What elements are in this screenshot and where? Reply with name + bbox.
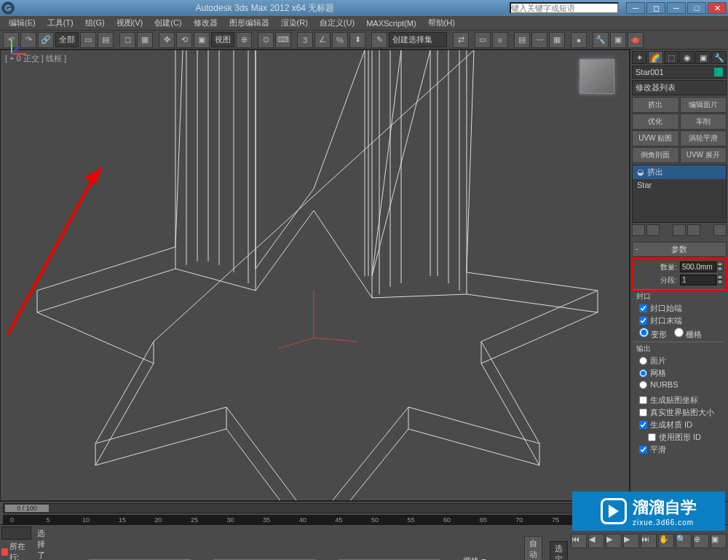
watermark-icon bbox=[601, 498, 627, 524]
menu-create[interactable]: 创建(C) bbox=[149, 16, 187, 30]
gen-map-label: 生成贴图坐标 bbox=[650, 395, 698, 406]
display-tab[interactable]: ▣ bbox=[695, 51, 711, 64]
script-rec-indicator bbox=[1, 548, 8, 556]
amount-input[interactable] bbox=[680, 261, 716, 272]
motion-tab[interactable]: ◉ bbox=[679, 51, 695, 64]
smooth-checkbox[interactable] bbox=[639, 446, 647, 454]
edit-mesh-button[interactable]: 编辑面片 bbox=[680, 97, 727, 113]
menu-help[interactable]: 帮助(H) bbox=[422, 16, 461, 30]
uvw-unwrap-button[interactable]: UVW 展开 bbox=[680, 147, 727, 163]
cap-group-label: 封口 bbox=[633, 289, 725, 301]
app-icon[interactable]: G bbox=[1, 1, 15, 15]
utilities-tab[interactable]: 🔧 bbox=[711, 51, 727, 64]
menu-modifiers[interactable]: 修改器 bbox=[188, 16, 223, 30]
amount-spinner[interactable]: ▲▼ bbox=[680, 261, 724, 272]
gen-map-checkbox[interactable] bbox=[639, 396, 647, 404]
prev-frame-button[interactable]: ◀ bbox=[588, 534, 604, 548]
real-world-label: 真实世界贴图大小 bbox=[650, 407, 714, 418]
script-mini-listener[interactable] bbox=[1, 527, 31, 540]
use-shape-checkbox[interactable] bbox=[648, 433, 656, 441]
output-group-label: 输出 bbox=[633, 342, 725, 354]
auto-key-button[interactable]: 自动关键点 bbox=[524, 536, 542, 561]
mesh-label: 网格 bbox=[650, 368, 666, 379]
stack-item-star[interactable]: Star bbox=[633, 179, 726, 191]
nurbs-label: NURBS bbox=[650, 380, 678, 389]
params-rollout-title: 参数 bbox=[671, 245, 687, 253]
turbo-smooth-button[interactable]: 涡轮平滑 bbox=[680, 130, 727, 146]
viewport[interactable]: [ + 0 正交 ] 线框 ] bbox=[0, 50, 630, 501]
menu-edit[interactable]: 编辑(E) bbox=[3, 16, 41, 30]
next-frame-button[interactable]: ▶ bbox=[623, 534, 639, 548]
max-viewport-button[interactable]: ▣ bbox=[711, 534, 727, 548]
modify-tab[interactable]: 🌈 bbox=[648, 51, 663, 64]
minimize-button[interactable]: ─ bbox=[626, 2, 645, 14]
title-bar: G Autodesk 3ds Max 2012 x64 无标题 ─ ◻ ─ □ … bbox=[0, 0, 728, 16]
object-name-text: Star001 bbox=[636, 68, 664, 76]
modifier-stack[interactable]: ◒挤出 Star bbox=[632, 165, 727, 223]
params-rollout-header[interactable]: - 参数 bbox=[632, 242, 727, 257]
goto-start-button[interactable]: ⏮ bbox=[571, 534, 587, 548]
modifier-list-combo[interactable]: 修改器列表 bbox=[632, 80, 727, 95]
orbit-button[interactable]: ⊕ bbox=[693, 534, 709, 548]
make-unique-button[interactable] bbox=[673, 224, 686, 236]
cap-start-label: 封口始端 bbox=[650, 303, 682, 314]
optimize-button[interactable]: 优化 bbox=[632, 114, 679, 130]
bevel-button[interactable]: 倒角剖面 bbox=[632, 147, 679, 163]
show-end-button[interactable] bbox=[646, 224, 660, 236]
grid-radio[interactable] bbox=[674, 328, 684, 337]
lathe-button[interactable]: 车削 bbox=[680, 114, 727, 130]
segments-label: 分段: bbox=[660, 275, 677, 285]
menu-views[interactable]: 视图(V) bbox=[111, 16, 149, 30]
zoom-button[interactable]: 🔍 bbox=[676, 534, 692, 548]
svg-line-33 bbox=[12, 47, 19, 54]
watermark-sub: zixue.3d66.com bbox=[633, 518, 697, 527]
close-button[interactable]: ✕ bbox=[708, 2, 727, 14]
help-search-input[interactable] bbox=[510, 2, 619, 14]
menu-maxscript[interactable]: MAXScript(M) bbox=[360, 17, 422, 29]
menu-render[interactable]: 渲染(R) bbox=[275, 16, 314, 30]
highlighted-params: 数量: ▲▼ 分段: ▲▼ bbox=[631, 258, 727, 291]
menu-tools[interactable]: 工具(T) bbox=[41, 16, 79, 30]
maximize-button[interactable]: □ bbox=[687, 2, 706, 14]
cap-end-checkbox[interactable] bbox=[639, 317, 647, 325]
patch-radio[interactable] bbox=[639, 357, 647, 365]
amount-label: 数量: bbox=[660, 262, 677, 272]
mesh-radio[interactable] bbox=[639, 369, 647, 377]
extrude-button[interactable]: 挤出 bbox=[632, 97, 679, 113]
smooth-label: 平滑 bbox=[650, 444, 666, 455]
current-line-label: 所在行: bbox=[9, 541, 32, 560]
command-panel: ✶ 🌈 ⬚ ◉ ▣ 🔧 Star001 修改器列表 挤出 编辑面片 优化 车削 … bbox=[630, 50, 728, 501]
minimize2-button[interactable]: ─ bbox=[667, 2, 686, 14]
play-button[interactable]: ▶ bbox=[606, 534, 622, 548]
cap-start-checkbox[interactable] bbox=[639, 304, 647, 312]
watermark: 溜溜自学 zixue.3d66.com bbox=[572, 492, 725, 531]
object-name-field[interactable]: Star001 bbox=[632, 66, 727, 79]
remove-mod-button[interactable] bbox=[687, 224, 700, 236]
menu-graph[interactable]: 图形编辑器 bbox=[223, 16, 275, 30]
object-color-swatch[interactable] bbox=[714, 68, 723, 76]
segments-input[interactable] bbox=[680, 275, 716, 285]
morph-radio[interactable] bbox=[639, 328, 649, 337]
uvw-map-button[interactable]: UVW 贴图 bbox=[632, 130, 679, 146]
stack-item-extrude[interactable]: ◒挤出 bbox=[633, 165, 726, 179]
goto-end-button[interactable]: ⏭ bbox=[641, 534, 657, 548]
time-slider-handle[interactable]: 0 / 100 bbox=[5, 505, 49, 512]
selected-combo[interactable]: 选定对象 bbox=[550, 541, 568, 560]
patch-label: 面片 bbox=[650, 355, 666, 366]
nurbs-radio[interactable] bbox=[639, 381, 647, 389]
axis-gizmo bbox=[8, 36, 636, 486]
pan-button[interactable]: ✋ bbox=[658, 534, 674, 548]
grid-info: 栅格 = 10.0mm bbox=[463, 556, 492, 561]
segments-spinner[interactable]: ▲▼ bbox=[680, 275, 724, 285]
window-title: Autodesk 3ds Max 2012 x64 无标题 bbox=[20, 2, 510, 15]
real-world-checkbox[interactable] bbox=[639, 409, 647, 417]
hierarchy-tab[interactable]: ⬚ bbox=[664, 51, 679, 64]
gen-matid-label: 生成材质 ID bbox=[650, 419, 692, 430]
menu-group[interactable]: 组(G) bbox=[79, 16, 111, 30]
menu-customize[interactable]: 自定义(U) bbox=[314, 16, 360, 30]
gen-matid-checkbox[interactable] bbox=[639, 421, 647, 429]
cap-end-label: 封口末端 bbox=[650, 315, 682, 326]
configure-button[interactable] bbox=[713, 224, 727, 236]
selection-info: 选择了 1 个对象 bbox=[34, 527, 48, 560]
restore-button[interactable]: ◻ bbox=[646, 2, 665, 14]
